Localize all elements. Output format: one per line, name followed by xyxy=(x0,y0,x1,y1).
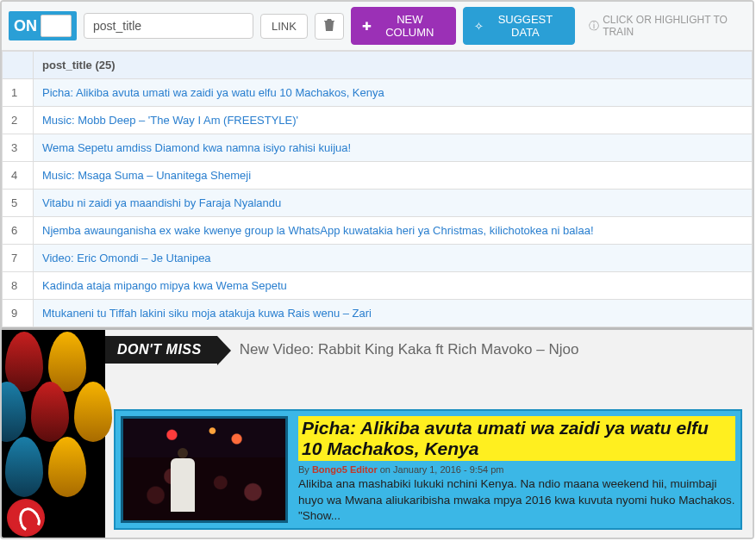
post-link[interactable]: Vitabu ni zaidi ya maandishi by Faraja N… xyxy=(42,196,281,209)
site-pattern xyxy=(2,330,105,539)
suggest-data-button[interactable]: ✧ SUGGEST DATA xyxy=(463,7,575,45)
toggle-on[interactable]: ON xyxy=(9,11,77,40)
row-cell: Video: Eric Omondi – Je Utanipea xyxy=(34,245,753,272)
article-byline: By Bongo5 Editor on January 1, 2016 - 9:… xyxy=(298,464,735,475)
site-logo xyxy=(7,499,45,537)
post-link[interactable]: Music: Mobb Deep – 'The Way I Am (FREEST… xyxy=(42,114,298,127)
helper-label: CLICK OR HIGHLIGHT TO TRAIN xyxy=(603,14,746,38)
delete-button[interactable] xyxy=(315,13,344,40)
row-number: 5 xyxy=(3,190,34,217)
post-link[interactable]: Mtukaneni tu Tiffah lakini siku moja ata… xyxy=(42,307,372,320)
helper-text: ⓘ CLICK OR HIGHLIGHT TO TRAIN xyxy=(589,14,746,38)
row-cell: Music: Mobb Deep – 'The Way I Am (FREEST… xyxy=(34,107,753,134)
table-row: 5Vitabu ni zaidi ya maandishi by Faraja … xyxy=(3,190,753,217)
article-date: January 1, 2016 - 9:54 pm xyxy=(393,464,503,475)
post-link[interactable]: Music: Msaga Suma – Unanitega Shemeji xyxy=(42,169,251,182)
article-card[interactable]: Picha: Alikiba avuta umati wa zaidi ya w… xyxy=(114,409,742,530)
new-column-label: NEW COLUMN xyxy=(375,13,445,39)
column-header[interactable]: post_title (25) xyxy=(34,52,753,79)
row-cell: Mtukaneni tu Tiffah lakini siku moja ata… xyxy=(34,300,753,327)
info-icon: ⓘ xyxy=(589,19,599,34)
article-author[interactable]: Bongo5 Editor xyxy=(312,464,378,475)
row-number: 8 xyxy=(3,272,34,300)
by-prefix: By xyxy=(298,464,312,475)
row-cell: Wema Sepetu amdiss Diamond kwa namna isi… xyxy=(34,134,753,162)
table-row: 2Music: Mobb Deep – 'The Way I Am (FREES… xyxy=(3,107,753,134)
row-number: 1 xyxy=(3,79,34,107)
on-text: on xyxy=(378,464,393,475)
article-body: Picha: Alikiba avuta umati wa zaidi ya w… xyxy=(298,416,735,523)
header-blank xyxy=(3,52,34,79)
table-row: 9Mtukaneni tu Tiffah lakini siku moja at… xyxy=(3,300,753,327)
toolbar: ON LINK ✚ NEW COLUMN ✧ SUGGEST DATA ⓘ CL… xyxy=(2,2,753,51)
dont-miss-badge: DON'T MISS xyxy=(105,336,217,364)
wand-icon: ✧ xyxy=(474,20,484,33)
row-number: 6 xyxy=(3,217,34,245)
suggest-data-label: SUGGEST DATA xyxy=(487,13,564,39)
row-cell: Kadinda ataja mipango mipya kwa Wema Sep… xyxy=(34,272,753,300)
row-number: 9 xyxy=(3,300,34,327)
article-title[interactable]: Picha: Alikiba avuta umati wa zaidi ya w… xyxy=(298,416,735,461)
post-link[interactable]: Wema Sepetu amdiss Diamond kwa namna isi… xyxy=(42,141,351,154)
data-table: post_title (25) 1Picha: Alikiba avuta um… xyxy=(2,51,753,327)
row-cell: Picha: Alikiba avuta umati wa zaidi ya w… xyxy=(34,79,753,107)
toggle-label: ON xyxy=(14,17,37,35)
table-row: 4Music: Msaga Suma – Unanitega Shemeji xyxy=(3,162,753,190)
toggle-handle xyxy=(41,15,72,37)
article-excerpt: Alikiba ana mashabiki lukuki nchini Keny… xyxy=(298,476,735,524)
row-number: 3 xyxy=(3,134,34,162)
link-button[interactable]: LINK xyxy=(260,14,308,39)
row-number: 7 xyxy=(3,245,34,272)
table-row: 3Wema Sepetu amdiss Diamond kwa namna is… xyxy=(3,134,753,162)
post-link[interactable]: Picha: Alikiba avuta umati wa zaidi ya w… xyxy=(42,86,384,99)
row-number: 4 xyxy=(3,162,34,190)
row-cell: Music: Msaga Suma – Unanitega Shemeji xyxy=(34,162,753,190)
table-row: 6Njemba awaunganisha ex wake kwenye grou… xyxy=(3,217,753,245)
post-link[interactable]: Njemba awaunganisha ex wake kwenye group… xyxy=(42,224,594,237)
dont-miss-bar: DON'T MISS New Video: Rabbit King Kaka f… xyxy=(105,335,748,364)
column-name-input[interactable] xyxy=(84,13,253,39)
plus-icon: ✚ xyxy=(362,20,372,33)
new-column-button[interactable]: ✚ NEW COLUMN xyxy=(351,7,456,45)
page-preview: DON'T MISS New Video: Rabbit King Kaka f… xyxy=(2,327,753,539)
table-row: 7Video: Eric Omondi – Je Utanipea xyxy=(3,245,753,272)
row-cell: Vitabu ni zaidi ya maandishi by Faraja N… xyxy=(34,190,753,217)
dont-miss-headline[interactable]: New Video: Rabbit King Kaka ft Rich Mavo… xyxy=(240,341,579,358)
row-cell: Njemba awaunganisha ex wake kwenye group… xyxy=(34,217,753,245)
trash-icon xyxy=(324,19,334,34)
table-row: 1Picha: Alikiba avuta umati wa zaidi ya … xyxy=(3,79,753,107)
table-row: 8Kadinda ataja mipango mipya kwa Wema Se… xyxy=(3,272,753,300)
row-number: 2 xyxy=(3,107,34,134)
post-link[interactable]: Video: Eric Omondi – Je Utanipea xyxy=(42,252,211,264)
article-thumbnail xyxy=(121,416,288,523)
post-link[interactable]: Kadinda ataja mipango mipya kwa Wema Sep… xyxy=(42,279,287,292)
